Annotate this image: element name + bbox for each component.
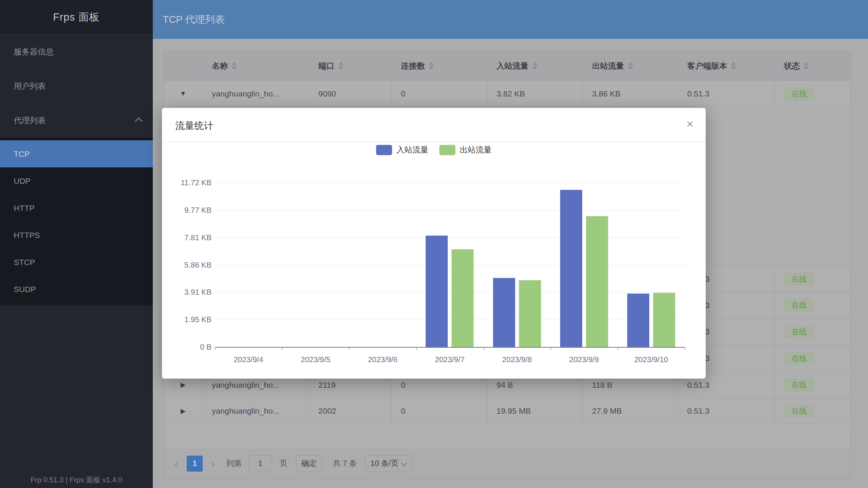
page-size-value: 10 条/页 <box>371 458 399 469</box>
cell-status: 在线 <box>775 318 850 345</box>
column-header-1[interactable]: 名称 <box>203 51 309 81</box>
table-row[interactable]: ▶yanghuanglin_ho...2002019.95 MB27.9 MB0… <box>164 398 850 424</box>
column-header-0 <box>164 51 203 81</box>
sort-caret-icon[interactable] <box>628 62 633 70</box>
y-axis-tick-label: 7.81 KB <box>166 233 211 242</box>
cell-status: 在线 <box>775 345 850 372</box>
inbound-bar-2023/9/10 <box>627 294 649 347</box>
sort-caret-icon[interactable] <box>804 62 809 70</box>
sidebar-item-udp[interactable]: UDP <box>0 167 153 194</box>
column-header-label: 名称 <box>212 61 228 71</box>
status-badge: 在线 <box>784 273 814 286</box>
sidebar-item-1[interactable]: 用户列表 <box>0 69 153 103</box>
outbound-bar-2023/9/10 <box>653 293 675 347</box>
traffic-stats-dialog: 流量统计 × 入站流量出站流量 0 B1.95 KB3.91 KB5.86 KB… <box>162 108 706 379</box>
x-axis-tick-label: 2023/9/4 <box>234 355 263 364</box>
page-number-button[interactable]: 1 <box>187 456 203 472</box>
pagination-bar: ‹ 1 › 到第 页 确定 共 7 条 10 条/页 <box>163 448 851 479</box>
cell-version: 0.51.3 <box>678 398 775 424</box>
inbound-bar-2023/9/7 <box>426 236 448 347</box>
sidebar-item-sudp[interactable]: SUDP <box>0 276 153 303</box>
cell-status: 在线 <box>775 81 850 107</box>
sort-caret-icon[interactable] <box>429 62 434 70</box>
next-page-button[interactable]: › <box>211 458 215 469</box>
goto-page-input[interactable] <box>248 455 272 472</box>
sidebar-item-tcp[interactable]: TCP <box>0 140 153 167</box>
x-axis-tick-label: 2023/9/6 <box>368 355 397 364</box>
column-header-label: 入站流量 <box>496 61 528 71</box>
sidebar-item-label: 服务器信息 <box>14 47 54 57</box>
expand-row-icon[interactable]: ▶ <box>181 407 186 415</box>
cell-name: yanghuanglin_ho... <box>203 81 309 107</box>
column-header-3[interactable]: 连接数 <box>392 51 487 81</box>
sidebar-item-stcp[interactable]: STCP <box>0 249 153 276</box>
version-footer: Frp 0.51.3 | Frps 面板 v1.4.0 <box>0 475 153 485</box>
y-axis-tick-label: 5.86 KB <box>166 260 211 269</box>
column-header-label: 端口 <box>319 61 335 71</box>
x-axis-tick <box>282 347 282 350</box>
expand-cell: ▶ <box>164 398 203 424</box>
page-header: TCP 代理列表 <box>153 0 868 39</box>
column-header-5[interactable]: 出站流量 <box>583 51 678 81</box>
cell-traffic-out: 27.9 MB <box>583 398 678 424</box>
collapse-row-icon[interactable]: ▼ <box>180 90 186 98</box>
cell-traffic-in: 19.95 MB <box>487 398 583 424</box>
inbound-bar-2023/9/9 <box>560 190 582 347</box>
total-count-label: 共 7 条 <box>333 458 357 469</box>
traffic-bar-chart: 0 B1.95 KB3.91 KB5.86 KB7.81 KB9.77 KB11… <box>162 108 706 379</box>
sort-caret-icon[interactable] <box>731 62 736 70</box>
sidebar-item-http[interactable]: HTTP <box>0 194 153 222</box>
cell-status: 在线 <box>775 398 850 424</box>
page-size-select[interactable]: 10 条/页 <box>365 455 412 472</box>
sidebar-item-2[interactable]: 代理列表 <box>0 103 153 138</box>
y-axis-tick-label: 9.77 KB <box>166 205 211 214</box>
outbound-bar-2023/9/9 <box>586 216 608 347</box>
cell-port: 2002 <box>309 398 392 424</box>
gridline <box>215 238 685 238</box>
page-title: TCP 代理列表 <box>163 13 225 26</box>
prev-page-button[interactable]: ‹ <box>175 458 178 469</box>
cell-status: 在线 <box>775 266 850 292</box>
sidebar-item-0[interactable]: 服务器信息 <box>0 35 153 69</box>
column-header-6[interactable]: 客户端版本 <box>678 51 775 81</box>
cell-version: 0.51.3 <box>678 81 775 107</box>
confirm-button[interactable]: 确定 <box>296 455 322 472</box>
chevron-down-icon <box>401 460 407 466</box>
sort-caret-icon[interactable] <box>232 62 237 70</box>
column-header-4[interactable]: 入站流量 <box>487 51 583 81</box>
x-axis-tick <box>349 347 349 350</box>
x-axis-line <box>215 347 685 348</box>
inbound-bar-2023/9/8 <box>493 278 515 347</box>
sidebar-item-https[interactable]: HTTPS <box>0 222 153 249</box>
expand-cell: ▼ <box>164 81 203 107</box>
gridline <box>215 183 685 183</box>
column-header-7[interactable]: 状态 <box>775 51 850 81</box>
x-axis-tick-label: 2023/9/8 <box>502 355 532 364</box>
cell-connections: 0 <box>392 398 487 424</box>
gridline <box>215 292 685 292</box>
y-axis-tick-label: 1.95 KB <box>166 315 211 324</box>
column-header-label: 客户端版本 <box>687 61 727 71</box>
x-axis-tick-label: 2023/9/7 <box>435 355 465 364</box>
x-axis-tick <box>215 347 215 350</box>
column-header-2[interactable]: 端口 <box>309 51 392 81</box>
cell-traffic-in: 3.82 KB <box>487 81 583 107</box>
y-axis-tick-label: 11.72 KB <box>166 178 211 187</box>
expand-row-icon[interactable]: ▶ <box>181 381 186 389</box>
status-badge: 在线 <box>784 352 814 365</box>
column-header-label: 状态 <box>784 61 800 71</box>
page-unit-label: 页 <box>280 458 287 469</box>
x-axis-tick-label: 2023/9/5 <box>301 355 330 364</box>
sidebar: Frps 面板 服务器信息用户列表代理列表TCPUDPHTTPHTTPSSTCP… <box>0 0 153 488</box>
sort-caret-icon[interactable] <box>532 62 538 70</box>
column-header-label: 出站流量 <box>592 61 624 71</box>
sidebar-menu: 服务器信息用户列表代理列表TCPUDPHTTPHTTPSSTCPSUDP <box>0 35 153 305</box>
table-row[interactable]: ▼yanghuanglin_ho...909003.82 KB3.86 KB0.… <box>164 81 850 107</box>
sidebar-submenu: TCPUDPHTTPHTTPSSTCPSUDP <box>0 138 153 305</box>
status-badge: 在线 <box>784 405 814 417</box>
x-axis-tick-label: 2023/9/9 <box>569 355 599 364</box>
sort-caret-icon[interactable] <box>338 62 344 70</box>
sidebar-item-label: 用户列表 <box>14 81 46 92</box>
app-title: Frps 面板 <box>0 0 153 35</box>
cell-status: 在线 <box>775 372 850 398</box>
